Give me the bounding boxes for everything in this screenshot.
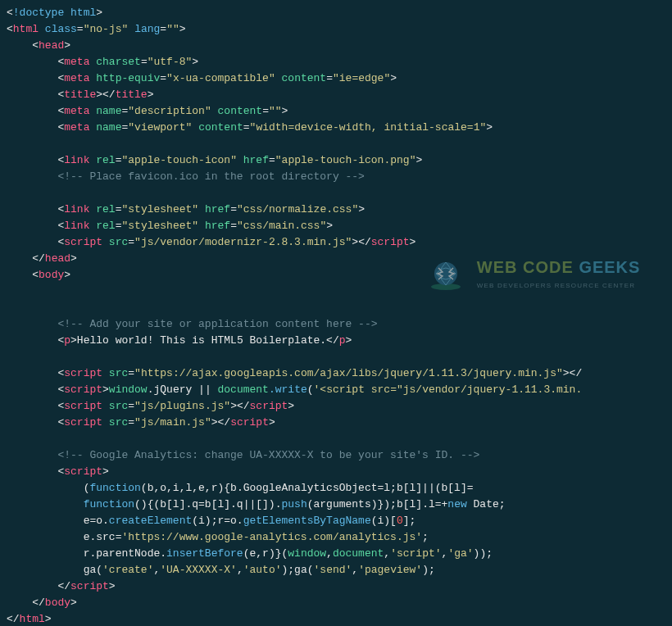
comment-analytics: <!-- Google Analytics: change UA-XXXXX-X…	[57, 449, 479, 461]
code-block: <!doctype html> <html class="no-js" lang…	[0, 5, 672, 626]
comment-content: <!-- Add your site or application conten…	[57, 318, 377, 330]
comment-favicon: <!-- Place favicon.ico in the root direc…	[57, 170, 364, 183]
